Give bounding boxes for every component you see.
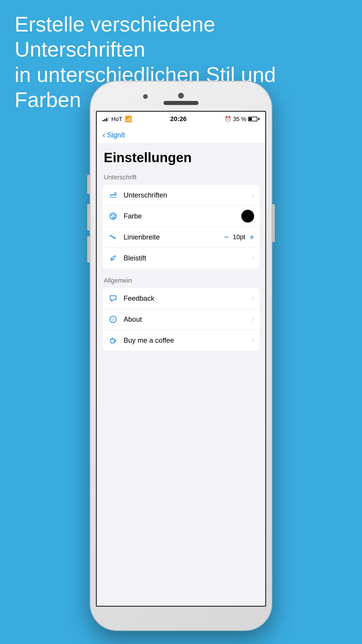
row-linienbreite[interactable]: Linienbreite − 10pt + (103, 227, 259, 248)
stepper-minus[interactable]: − (224, 233, 229, 241)
mute-button (87, 175, 90, 194)
volume-down-button (87, 236, 90, 262)
battery-fill (249, 118, 252, 120)
signal-bar-2 (104, 119, 106, 121)
svg-point-0 (115, 192, 116, 194)
row-farbe[interactable]: Farbe (103, 206, 259, 227)
speaker-bar (164, 101, 198, 105)
svg-text:i: i (113, 317, 114, 322)
signal-bars (103, 117, 109, 121)
chevron-right-icon-3: › (252, 295, 254, 302)
info-icon: i (108, 314, 118, 325)
stepper-value: 10pt (233, 233, 245, 241)
chevron-right-icon: › (252, 191, 254, 199)
coffee-right: › (252, 337, 254, 344)
signal-bar-4 (108, 117, 109, 121)
settings-content: Einstellungen Unterschrift Unte (97, 144, 265, 606)
row-feedback[interactable]: Feedback › (103, 288, 259, 309)
line-width-icon (108, 232, 118, 242)
about-right: › (252, 316, 254, 323)
bleistift-right: › (252, 254, 254, 262)
chevron-right-icon-4: › (252, 316, 254, 323)
row-bleistift[interactable]: Bleistift › (103, 248, 259, 269)
back-button[interactable]: ‹ SignIt (103, 131, 125, 139)
row-coffee[interactable]: Buy me a coffee › (103, 330, 259, 351)
farbe-right (241, 210, 254, 223)
volume-up-button (87, 204, 90, 230)
linienbreite-stepper: − 10pt + (224, 233, 254, 241)
coffee-label: Buy me a coffee (124, 336, 252, 344)
about-label: About (124, 315, 252, 323)
chevron-left-icon: ‹ (103, 131, 105, 139)
phone-shell: HoT 📶 20:26 ⏰ 35 % (91, 82, 271, 630)
status-time: 20:26 (170, 115, 187, 123)
camera-area (159, 93, 203, 105)
status-right: ⏰ 35 % (225, 116, 259, 123)
row-unterschriften[interactable]: Unterschriften › (103, 185, 259, 206)
front-camera (143, 94, 148, 99)
palette-icon (108, 211, 118, 221)
settings-group-unterschrift: Unterschriften › (103, 185, 259, 269)
stepper-plus[interactable]: + (249, 233, 254, 241)
unterschriften-label: Unterschriften (124, 191, 252, 199)
battery-icon (248, 117, 259, 121)
svg-point-2 (111, 215, 112, 216)
phone-mockup: HoT 📶 20:26 ⏰ 35 % (91, 82, 271, 630)
signal-bar-1 (103, 120, 104, 121)
battery-body (248, 117, 257, 121)
back-label: SignIt (107, 131, 125, 139)
svg-point-3 (113, 214, 114, 215)
svg-point-6 (112, 217, 114, 219)
row-about[interactable]: i About › (103, 309, 259, 330)
carrier-label: HoT (111, 116, 122, 123)
unterschriften-right: › (252, 191, 254, 199)
feedback-right: › (252, 295, 254, 302)
feedback-icon (108, 293, 118, 304)
nav-bar: ‹ SignIt (97, 126, 265, 144)
section-label-unterschrift: Unterschrift (103, 174, 259, 181)
feedback-label: Feedback (124, 294, 252, 302)
linienbreite-label: Linienbreite (124, 233, 224, 241)
bleistift-label: Bleistift (124, 254, 252, 262)
signature-icon (108, 190, 118, 200)
chevron-right-icon-5: › (252, 337, 254, 344)
svg-point-4 (114, 215, 115, 216)
settings-group-allgemein: Feedback › i About (103, 288, 259, 351)
battery-tip (258, 118, 259, 120)
camera-dot (178, 93, 184, 99)
section-label-allgemein: Allgemein (103, 277, 259, 284)
color-swatch[interactable] (241, 210, 254, 223)
farbe-label: Farbe (124, 212, 241, 220)
battery-percent: 35 % (233, 116, 246, 123)
chevron-right-icon-2: › (252, 254, 254, 262)
status-bar: HoT 📶 20:26 ⏰ 35 % (97, 112, 265, 126)
phone-screen: HoT 📶 20:26 ⏰ 35 % (96, 111, 266, 607)
status-left: HoT 📶 (103, 116, 132, 123)
alarm-icon: ⏰ (225, 116, 231, 122)
page-title: Einstellungen (103, 150, 259, 165)
coffee-icon (108, 335, 118, 346)
wifi-icon: 📶 (125, 116, 132, 123)
power-button (272, 204, 275, 242)
pencil-icon (108, 253, 118, 263)
signal-bar-3 (106, 118, 107, 121)
